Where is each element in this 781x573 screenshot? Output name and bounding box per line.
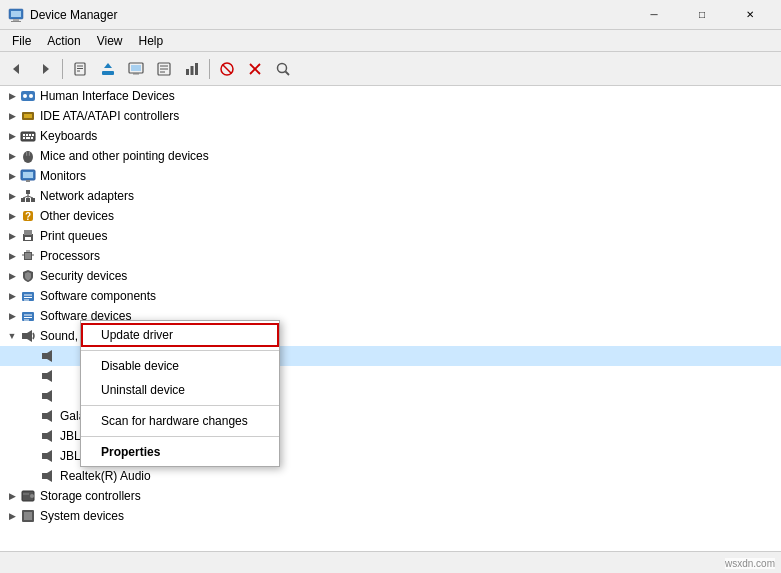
svg-marker-74 (27, 330, 32, 342)
tree-item-storage[interactable]: Storage controllers (0, 486, 781, 506)
tree-icon-monitors (20, 168, 36, 184)
toolbar (0, 52, 781, 86)
tree-arrow-storage (4, 488, 20, 504)
tree-icon-sound-child3 (40, 388, 56, 404)
svg-rect-75 (42, 353, 47, 359)
svg-rect-13 (131, 65, 141, 71)
scan-toolbar-button[interactable] (270, 56, 296, 82)
svg-line-27 (286, 71, 290, 75)
tree-arrow-monitors (4, 168, 20, 184)
svg-rect-50 (31, 198, 35, 202)
svg-point-29 (23, 94, 27, 98)
tree-item-monitors[interactable]: Monitors (0, 166, 781, 186)
tree-icon-security (20, 268, 36, 284)
disable-toolbar-button[interactable] (214, 56, 240, 82)
close-button[interactable]: ✕ (727, 0, 773, 30)
tree-icon-storage (20, 488, 36, 504)
properties-button[interactable] (67, 56, 93, 82)
tree-label-mice: Mice and other pointing devices (40, 149, 209, 163)
svg-marker-84 (47, 430, 52, 442)
window-controls: ─ □ ✕ (631, 0, 773, 30)
context-menu-item-properties[interactable]: Properties (81, 440, 279, 464)
tree-icon-keyboards (20, 128, 36, 144)
svg-rect-47 (26, 190, 30, 194)
context-menu-separator (81, 350, 279, 351)
tree-item-proc[interactable]: Processors (0, 246, 781, 266)
tree-item-softwarecomp[interactable]: Software components (0, 286, 781, 306)
context-menu-item-update-driver[interactable]: Update driver (81, 323, 279, 347)
menu-view[interactable]: View (89, 32, 131, 50)
svg-rect-34 (23, 134, 25, 136)
context-menu-separator (81, 405, 279, 406)
context-menu-item-disable-device[interactable]: Disable device (81, 354, 279, 378)
svg-rect-85 (42, 453, 47, 459)
context-menu-item-scan-hardware[interactable]: Scan for hardware changes (81, 409, 279, 433)
tree-label-security: Security devices (40, 269, 127, 283)
svg-rect-40 (31, 137, 33, 139)
svg-point-90 (30, 494, 34, 498)
tree-item-network[interactable]: Network adapters (0, 186, 781, 206)
resources-button[interactable] (179, 56, 205, 82)
device-tree[interactable]: Human Interface DevicesIDE ATA/ATAPI con… (0, 86, 781, 551)
minimize-button[interactable]: ─ (631, 0, 677, 30)
forward-button[interactable] (32, 56, 58, 82)
tree-arrow-softwarecomp (4, 288, 20, 304)
tree-label-keyboards: Keyboards (40, 129, 97, 143)
events-button[interactable] (151, 56, 177, 82)
tree-item-ide[interactable]: IDE ATA/ATAPI controllers (0, 106, 781, 126)
svg-rect-57 (24, 230, 32, 235)
svg-rect-1 (11, 11, 21, 17)
uninstall-toolbar-button[interactable] (242, 56, 268, 82)
svg-marker-5 (43, 64, 49, 74)
tree-arrow-mice (4, 148, 20, 164)
tree-item-other[interactable]: ?Other devices (0, 206, 781, 226)
tree-item-print[interactable]: Print queues (0, 226, 781, 246)
svg-rect-48 (21, 198, 25, 202)
svg-rect-77 (42, 373, 47, 379)
title-bar: Device Manager ─ □ ✕ (0, 0, 781, 30)
tree-label-system: System devices (40, 509, 124, 523)
tree-item-hid[interactable]: Human Interface Devices (0, 86, 781, 106)
tree-arrow-keyboards (4, 128, 20, 144)
back-button[interactable] (4, 56, 30, 82)
menu-help[interactable]: Help (131, 32, 172, 50)
tree-item-keyboards[interactable]: Keyboards (0, 126, 781, 146)
tree-arrow-print (4, 228, 20, 244)
svg-rect-20 (191, 66, 194, 75)
tree-icon-sound-child5 (40, 428, 56, 444)
tree-arrow-hid (4, 88, 20, 104)
svg-marker-86 (47, 450, 52, 462)
tree-item-security[interactable]: Security devices (0, 266, 781, 286)
context-menu[interactable]: Update driverDisable deviceUninstall dev… (80, 320, 280, 467)
svg-marker-80 (47, 390, 52, 402)
display-button[interactable] (123, 56, 149, 82)
tree-icon-softwarecomp (20, 288, 36, 304)
svg-rect-10 (102, 71, 114, 75)
menu-action[interactable]: Action (39, 32, 88, 50)
menu-file[interactable]: File (4, 32, 39, 50)
tree-icon-print (20, 228, 36, 244)
tree-item-sound-child7[interactable]: Realtek(R) Audio (0, 466, 781, 486)
tree-arrow-ide (4, 108, 20, 124)
svg-rect-21 (195, 63, 198, 75)
tree-label-proc: Processors (40, 249, 100, 263)
tree-icon-network (20, 188, 36, 204)
svg-rect-3 (11, 21, 21, 22)
tree-item-mice[interactable]: Mice and other pointing devices (0, 146, 781, 166)
tree-item-system[interactable]: System devices (0, 506, 781, 526)
svg-rect-58 (25, 237, 31, 240)
main-area: Human Interface DevicesIDE ATA/ATAPI con… (0, 86, 781, 551)
svg-line-53 (28, 196, 33, 198)
svg-rect-35 (26, 134, 28, 136)
tree-label-other: Other devices (40, 209, 114, 223)
tree-arrow-other (4, 208, 20, 224)
svg-rect-19 (186, 69, 189, 75)
update-driver-toolbar-button[interactable] (95, 56, 121, 82)
tree-icon-sound-child4 (40, 408, 56, 424)
svg-rect-46 (26, 180, 30, 182)
tree-arrow-system (4, 508, 20, 524)
context-menu-item-uninstall-device[interactable]: Uninstall device (81, 378, 279, 402)
toolbar-separator-2 (209, 59, 210, 79)
tree-arrow-security (4, 268, 20, 284)
maximize-button[interactable]: □ (679, 0, 725, 30)
